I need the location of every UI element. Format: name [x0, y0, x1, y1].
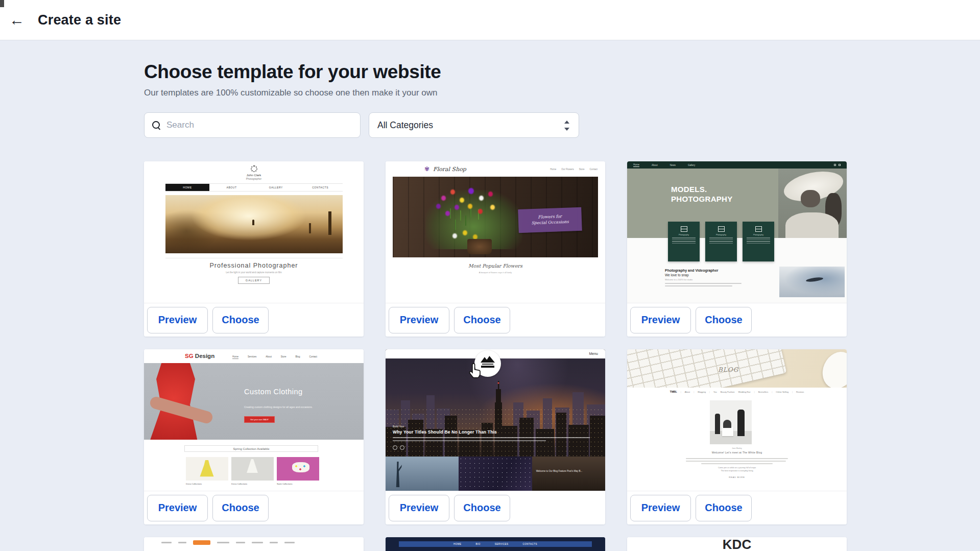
- mini-hero-red-dress-photo: Custom Clothing Creating custom clothing…: [144, 363, 364, 440]
- back-arrow-icon[interactable]: ←: [9, 12, 25, 28]
- mini-nav: [144, 537, 364, 545]
- mini-nav: Home About News Gallery: [627, 161, 847, 169]
- tulip-blooms: [393, 177, 396, 181]
- choose-button[interactable]: Choose: [212, 495, 269, 521]
- card-footer: Preview Choose: [144, 303, 364, 337]
- feature-card-title: Photography: [668, 234, 700, 236]
- mini-hero-photo-field: [165, 195, 343, 253]
- mini-section-note: Welcome to a 100% fun studio: [665, 278, 745, 281]
- template-preview-row3-middle[interactable]: HOME BIO SERVICES CONTACTS: [386, 537, 605, 551]
- mini-nav-item: News: [670, 164, 676, 166]
- chevron-up-down-icon: [563, 119, 570, 132]
- logo-text-line: [482, 364, 493, 365]
- product-item: Swim Collections: [277, 457, 319, 485]
- category-dropdown[interactable]: All Categories: [369, 112, 579, 138]
- text-placeholder-line: [252, 542, 263, 543]
- choose-button[interactable]: Choose: [696, 307, 752, 333]
- choose-button[interactable]: Choose: [212, 307, 269, 333]
- preview-button[interactable]: Preview: [389, 495, 449, 521]
- person-silhouette: [252, 220, 254, 225]
- mini-nav-item: Wedding Hair: [738, 391, 750, 393]
- person-silhouette: [723, 420, 731, 428]
- template-preview-sg-design[interactable]: SG Design Home Services About Store Blog…: [144, 349, 364, 491]
- template-preview-travel-blog[interactable]: Build Your Why Your Titles Should Be No …: [386, 349, 605, 491]
- text-placeholder-line: [701, 463, 773, 464]
- post-footer-line: The best inspiration is everyday living: [627, 470, 847, 472]
- mini-nav-brand: TMBL: [670, 390, 677, 393]
- template-grid: John Clark Photographer HOME ABOUT GALLE…: [144, 161, 847, 551]
- mini-nav-item: Contact: [589, 168, 597, 171]
- template-preview-row3-left[interactable]: [144, 537, 364, 551]
- mini-nav-item: About: [685, 391, 690, 393]
- preview-button[interactable]: Preview: [630, 495, 691, 521]
- mini-nav-item: Our Flowers: [561, 168, 574, 171]
- main-heading: Choose template for your website: [144, 61, 980, 83]
- mini-logo-title: John Clark: [144, 174, 364, 177]
- chair-shape: [722, 427, 733, 436]
- mini-nav-item: Home: [633, 163, 639, 167]
- model-photo: [778, 169, 847, 238]
- text-placeholder-line: [665, 283, 742, 284]
- mountain-icon: [481, 356, 495, 363]
- mini-nav-item: HOME: [165, 184, 210, 191]
- mini-nav-item: SERVICES: [495, 543, 509, 545]
- category-dropdown-value: All Categories: [377, 120, 433, 131]
- choose-button[interactable]: Choose: [454, 495, 510, 521]
- eyebrow-shape: [806, 277, 824, 283]
- mini-nav-item: Contact: [309, 355, 317, 359]
- choose-button[interactable]: Choose: [454, 307, 510, 333]
- banner-line: Special Occasions: [531, 220, 569, 226]
- template-preview-blog[interactable]: BLOG TMBL| About| Blogging| You Beauty F…: [627, 349, 847, 491]
- person-silhouette: [715, 414, 720, 434]
- square-icon: [839, 164, 841, 166]
- logo-text: Design: [195, 353, 214, 359]
- feature-card: Photography: [668, 222, 700, 261]
- mini-nav-item: Reviews: [796, 391, 804, 393]
- preview-button[interactable]: Preview: [147, 495, 208, 521]
- template-preview-models-photography[interactable]: Home About News Gallery MODELS. PHOTOGRA…: [627, 161, 847, 303]
- image-icon: [755, 226, 762, 232]
- mini-nav-item: Beauty Fashion: [721, 391, 735, 393]
- mini-nav-item: ABOUT: [209, 184, 254, 191]
- fence-post: [328, 211, 331, 235]
- mini-hero-title: Custom Clothing: [244, 388, 303, 396]
- feature-card-title: Photography: [705, 234, 737, 236]
- text-placeholder-line: [709, 243, 733, 244]
- feature-card: Photography: [705, 222, 737, 261]
- mini-thumbnails-row: Welcome to Our Blog Feature Post's May B…: [386, 457, 605, 491]
- template-preview-photographer[interactable]: John Clark Photographer HOME ABOUT GALLE…: [144, 161, 364, 303]
- top-bar: ← Create a site: [0, 0, 980, 40]
- post-meta: Jane Mosley: [627, 447, 847, 449]
- mini-nav-item: Bestsellers: [758, 391, 769, 393]
- choose-button[interactable]: Choose: [696, 495, 752, 521]
- mini-nav-item: Home: [550, 168, 556, 171]
- divider: |: [681, 391, 681, 393]
- mini-nav-item: Blog: [296, 355, 300, 359]
- template-card-models-photography: Home About News Gallery MODELS. PHOTOGRA…: [627, 161, 847, 337]
- divider: |: [772, 391, 772, 393]
- preview-button[interactable]: Preview: [389, 307, 449, 333]
- text-placeholder-line: [665, 285, 732, 286]
- preview-button[interactable]: Preview: [147, 307, 208, 333]
- mouse-shape: [817, 349, 847, 388]
- preview-button[interactable]: Preview: [630, 307, 691, 333]
- template-card-photographer: John Clark Photographer HOME ABOUT GALLE…: [144, 161, 364, 337]
- mini-section-subtitle: A bouquet of flowers says it all lately: [386, 271, 605, 274]
- mini-sale-button: Get your own SALE!: [244, 416, 275, 423]
- post-paragraph: [686, 457, 788, 466]
- search-box[interactable]: [144, 112, 361, 138]
- filter-row: All Categories: [144, 112, 980, 138]
- mini-menu-label: Menu: [589, 352, 598, 355]
- search-input[interactable]: [166, 120, 353, 130]
- mini-section: Photography and Videographer We love to …: [665, 269, 745, 286]
- image-icon: [718, 226, 725, 232]
- text-placeholder-line: [161, 542, 172, 543]
- mini-banner-bar: Spring Collection Available: [184, 445, 318, 452]
- carousel-controls: [393, 445, 404, 450]
- mini-nav-item: CONTACTS: [523, 543, 537, 545]
- mini-nav: HOME ABOUT GALLERY CONTACTS: [165, 183, 343, 191]
- template-preview-row3-right[interactable]: KDC: [627, 537, 847, 551]
- mini-hero-keyboard-photo: BLOG: [627, 349, 847, 388]
- template-preview-floral-shop[interactable]: ✾ Floral Shop Home Our Flowers Store Con…: [386, 161, 605, 303]
- thumbnail-caption: Welcome to Our Blog Feature Post's May B…: [536, 470, 602, 473]
